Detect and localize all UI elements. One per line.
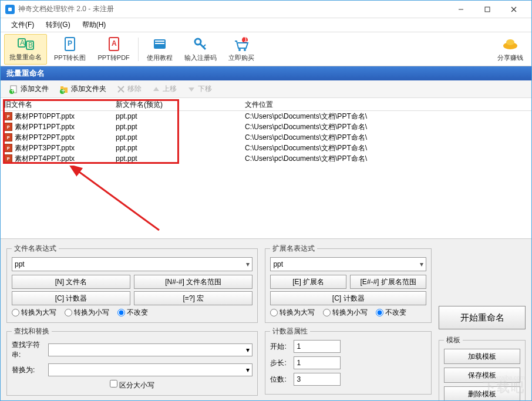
radio-upper[interactable]: 转换为大写 [12, 308, 56, 318]
settings-panel: 文件名表达式 ppt ▾ [N] 文件名 [N#-#] 文件名范围 [C] 计数… [1, 239, 531, 401]
annotation-arrow [65, 166, 171, 236]
menu-file[interactable]: 文件(F) [5, 20, 40, 30]
svg-point-22 [244, 49, 246, 51]
toolbar-ppt-pdf[interactable]: A PPT转PDF [93, 34, 134, 65]
window-title: 神奇文档处理软件 2.0 - 未注册 [18, 4, 447, 14]
actionbar: + 添加文件 + 添加文件夹 移除 上移 下移 [1, 80, 531, 98]
counter-start-input[interactable] [294, 340, 341, 353]
cart-icon: 1 [233, 36, 250, 52]
save-template-button[interactable]: 保存模板 [444, 368, 520, 383]
move-up-button[interactable]: 上移 [147, 83, 181, 95]
book-icon [152, 36, 167, 52]
svg-text:B: B [28, 41, 33, 49]
toolbar-ppt-long[interactable]: P PPT转长图 [49, 34, 90, 65]
menu-goto[interactable]: 转到(G) [40, 20, 76, 30]
menu-help[interactable]: 帮助(H) [76, 20, 112, 30]
radio-ext-lower[interactable]: 转换为小写 [323, 308, 368, 318]
close-button[interactable] [500, 1, 527, 18]
counter-digits-input[interactable] [294, 373, 341, 386]
template-group: 模板 加载模板 保存模板 删除模板 [439, 335, 526, 401]
chevron-down-icon: ▾ [246, 346, 250, 354]
ppt-icon: P [4, 133, 12, 141]
toolbar-share[interactable]: 分享赚钱 [493, 34, 528, 65]
gold-icon [502, 36, 518, 52]
replace-label: 替换为: [12, 365, 48, 375]
btn-e-ext[interactable]: [E] 扩展名 [270, 275, 346, 289]
ppt-long-icon: P [63, 36, 77, 52]
radio-lower[interactable]: 转换为小写 [65, 308, 109, 318]
case-sensitive-checkbox[interactable]: 区分大小写 [110, 381, 154, 389]
toolbar-buy[interactable]: 1 立即购买 [224, 34, 259, 65]
remove-icon [117, 85, 125, 93]
btn-ext-counter[interactable]: [C] 计数器 [270, 291, 426, 305]
col-new-name[interactable]: 新文件名(预览) [112, 98, 241, 110]
ppt-icon: P [4, 123, 12, 131]
titlebar: 神奇文档处理软件 2.0 - 未注册 [1, 1, 531, 18]
ppt-icon: P [4, 144, 12, 152]
replace-combo[interactable]: ▾ [48, 363, 252, 376]
maximize-button[interactable] [474, 1, 500, 18]
add-folder-button[interactable]: + 添加文件夹 [55, 83, 111, 95]
toolbar-tutorial[interactable]: 使用教程 [142, 34, 177, 65]
table-row[interactable]: P素材PPT1PPT.pptx ppt.ppt C:\Users\pc\Docu… [1, 122, 531, 132]
table-row[interactable]: P素材PPT0PPT.pptx ppt.ppt C:\Users\pc\Docu… [1, 111, 531, 122]
radio-none[interactable]: 不改变 [117, 308, 148, 318]
svg-point-24 [506, 39, 514, 45]
table-header: 旧文件名 新文件名(预览) 文件位置 [1, 98, 531, 111]
col-old-name[interactable]: 旧文件名 [1, 98, 112, 110]
move-down-button[interactable]: 下移 [183, 83, 217, 95]
ext-expr-group: 扩展名表达式 ppt ▾ [E] 扩展名 [E#-#] 扩展名范围 [C] 计数… [265, 244, 432, 323]
ppt-icon: P [4, 112, 12, 120]
counter-step-input[interactable] [294, 356, 341, 369]
btn-c-counter[interactable]: [C] 计数器 [12, 291, 130, 305]
toolbar: AB 批量重命名 P PPT转长图 A PPT转PDF 使用教程 输入注册码 1… [1, 32, 531, 66]
svg-rect-2 [485, 7, 490, 12]
btn-n-filename[interactable]: [N] 文件名 [12, 275, 130, 289]
btn-e-range[interactable]: [E#-#] 扩展名范围 [350, 275, 426, 289]
find-label: 查找字符串: [12, 340, 48, 360]
svg-line-17 [200, 43, 206, 49]
radio-ext-upper[interactable]: 转换为大写 [270, 308, 315, 318]
col-location[interactable]: 文件位置 [241, 98, 531, 110]
svg-line-18 [203, 45, 206, 47]
svg-text:+: + [11, 87, 15, 94]
add-file-button[interactable]: + 添加文件 [4, 83, 53, 95]
counter-group: 计数器属性 开始: 步长: 位数: [265, 326, 432, 395]
svg-text:+: + [61, 87, 65, 94]
toolbar-enter-code[interactable]: 输入注册码 [180, 34, 221, 65]
minimize-button[interactable] [447, 1, 474, 18]
filename-expr-combo[interactable]: ppt ▾ [12, 257, 252, 271]
toolbar-batch-rename[interactable]: AB 批量重命名 [4, 34, 47, 65]
table-row[interactable]: P素材PPT2PPT.pptx ppt.ppt C:\Users\pc\Docu… [1, 132, 531, 143]
down-icon [187, 85, 196, 93]
remove-button[interactable]: 移除 [112, 83, 146, 95]
file-table: 旧文件名 新文件名(预览) 文件位置 P素材PPT0PPT.pptx ppt.p… [1, 98, 531, 239]
add-folder-icon: + [59, 85, 69, 94]
chevron-down-icon: ▾ [246, 366, 250, 374]
svg-text:P: P [68, 39, 72, 48]
radio-ext-none[interactable]: 不改变 [376, 308, 406, 318]
svg-rect-15 [155, 43, 164, 44]
ppt-icon: P [4, 154, 12, 163]
svg-text:A: A [20, 39, 25, 47]
up-icon [152, 85, 160, 93]
ppt-pdf-icon: A [107, 36, 121, 52]
btn-n-range[interactable]: [N#-#] 文件名范围 [134, 275, 252, 289]
start-rename-button[interactable]: 开始重命名 [439, 306, 526, 329]
table-row[interactable]: P素材PPT3PPT.pptx ppt.ppt C:\Users\pc\Docu… [1, 143, 531, 153]
table-row[interactable]: P素材PPT4PPT.pptx ppt.ppt C:\Users\pc\Docu… [1, 153, 531, 164]
svg-line-34 [77, 170, 159, 230]
menubar: 文件(F) 转到(G) 帮助(H) [1, 18, 531, 32]
key-icon [193, 36, 208, 52]
find-combo[interactable]: ▾ [48, 343, 252, 356]
btn-macro[interactable]: [=?] 宏 [134, 291, 252, 305]
ext-expr-combo[interactable]: ppt ▾ [270, 257, 426, 271]
section-header: 批量重命名 [1, 66, 531, 80]
load-template-button[interactable]: 加载模板 [444, 349, 520, 364]
rename-icon: AB [17, 36, 35, 52]
chevron-down-icon: ▾ [246, 260, 250, 268]
svg-point-21 [238, 49, 241, 51]
delete-template-button[interactable]: 删除模板 [444, 386, 520, 401]
chevron-down-icon: ▾ [420, 260, 423, 268]
svg-rect-14 [155, 41, 164, 42]
